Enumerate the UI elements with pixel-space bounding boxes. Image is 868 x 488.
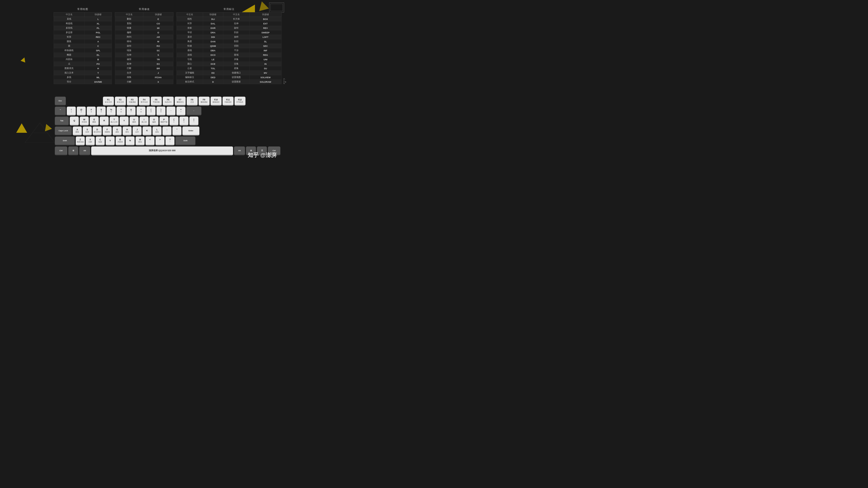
key-minus[interactable]: _ - <box>166 107 176 116</box>
key-h[interactable]: H 填充 <box>123 127 132 135</box>
keyboard-area: Esc F1 命令文本 F2 命令文本 F3 对象捕捉 F4 数字化仪 F5 平… <box>54 95 282 158</box>
key-a[interactable]: A 圆弧 <box>73 127 82 135</box>
key-d[interactable]: D 标注样式 <box>93 127 102 135</box>
table-row: 合并J <box>115 71 173 75</box>
cell-key2: BOX <box>249 17 281 22</box>
key-equals[interactable]: + = <box>177 107 185 116</box>
key-semicolon[interactable]: : ; <box>162 127 172 135</box>
key-s[interactable]: S 拉伸 <box>83 127 92 135</box>
key-y[interactable]: Y <box>120 117 129 126</box>
cell-name: 内部块 <box>54 57 85 62</box>
key-slash[interactable]: ? / <box>165 136 175 145</box>
key-shift-left[interactable]: Shift <box>55 136 75 145</box>
key-k[interactable]: K <box>143 127 152 135</box>
table-row: 镜像MI <box>115 26 173 30</box>
table-row: 公差TOL差集SU <box>177 66 281 71</box>
key-5[interactable]: % 5 <box>107 107 116 116</box>
key-c[interactable]: C 绘圆 <box>96 136 105 145</box>
key-x[interactable]: X 分解 <box>86 136 95 145</box>
key-u[interactable]: U 撤销 <box>130 117 138 126</box>
key-backslash[interactable]: | \ <box>189 117 198 126</box>
key-b[interactable]: B 内部块 <box>116 136 125 145</box>
key-f1[interactable]: F1 命令文本 <box>103 97 114 106</box>
key-1[interactable]: ! 1 <box>67 107 76 116</box>
key-j[interactable]: J 合并 <box>132 127 142 135</box>
key-shift-right[interactable]: Shift <box>176 136 195 145</box>
cell-key1: DCO <box>203 53 223 57</box>
key-0[interactable]: ) 0 <box>156 107 165 116</box>
key-f8[interactable]: F8 正交 <box>187 97 197 106</box>
key-2[interactable]: @ 2 <box>77 107 86 116</box>
key-8[interactable]: * 8 <box>136 107 146 116</box>
key-f4[interactable]: F4 数字化仪 <box>139 97 150 106</box>
key-f[interactable]: F 倒圆角 <box>103 127 112 135</box>
table-row: 等分DIV/ME <box>54 80 112 84</box>
key-f12[interactable]: F12 DYN动态 <box>235 97 245 106</box>
key-m[interactable]: M 移动 <box>135 136 145 145</box>
key-r[interactable]: R <box>100 117 108 126</box>
key-alt-left[interactable]: Alt <box>79 147 90 156</box>
key-tilde[interactable]: ~ ` <box>55 107 66 116</box>
key-4[interactable]: $ 4 <box>97 107 106 116</box>
cell-key: AR <box>143 35 174 39</box>
table-row: 插入文本T <box>54 71 112 75</box>
key-backspace[interactable]: ← <box>186 107 202 116</box>
key-f5[interactable]: F5 平面切换 <box>151 97 162 106</box>
key-f6[interactable]: F6 动态UCS <box>163 97 174 106</box>
key-enter[interactable]: Enter <box>182 127 199 135</box>
key-tab[interactable]: Tab <box>55 117 69 126</box>
drawing-section: 常用绘图 中文名 快捷键 直线L构造线XL多段线PL多边形POL矩形REC圆弧A… <box>54 7 112 84</box>
table-row: 缩放SC <box>115 48 173 53</box>
key-3[interactable]: # 3 <box>87 107 96 116</box>
key-l[interactable]: L 直线 <box>153 127 161 135</box>
key-f2[interactable]: F2 命令文本 <box>115 97 126 106</box>
key-comma[interactable]: < , <box>146 136 155 145</box>
cell-name1: 快速 <box>177 44 203 48</box>
key-lbrace[interactable]: { [ <box>169 117 179 126</box>
key-alt-right[interactable]: Alt <box>234 147 245 156</box>
key-g[interactable]: G 成组 <box>113 127 122 135</box>
cell-name2: 剖切 <box>223 39 249 44</box>
cell-name2: 交集 <box>223 62 249 66</box>
cell-key2: SL <box>249 39 281 44</box>
key-e[interactable]: E 删除 <box>90 117 99 126</box>
key-9[interactable]: ( 9 <box>147 107 156 116</box>
cell-key2: MV <box>249 71 281 75</box>
key-win-left[interactable]: ⊞ <box>68 147 78 156</box>
fn-row: Esc F1 命令文本 F2 命令文本 F3 对象捕捉 F4 数字化仪 F5 平… <box>55 97 280 106</box>
key-z[interactable]: Z 视图缩放 <box>76 136 85 145</box>
key-f9[interactable]: F9 栅格捕捉 <box>198 97 210 106</box>
key-ctrl-left[interactable]: Ctrl <box>55 147 67 156</box>
key-f7[interactable]: F7 栅格单元 <box>175 97 186 106</box>
key-period[interactable]: > . <box>156 136 164 145</box>
key-q[interactable]: Q <box>70 117 79 126</box>
key-p[interactable]: P 视图平移 <box>159 117 168 126</box>
table-row: 矩形REC <box>54 35 112 39</box>
key-7[interactable]: & 7 <box>127 107 135 116</box>
key-f11[interactable]: F11 对象追踪 <box>222 97 234 106</box>
key-v[interactable]: V <box>106 136 115 145</box>
drawing-table: 中文名 快捷键 直线L构造线XL多段线PL多边形POL矩形REC圆弧A圆C样条曲… <box>54 12 112 84</box>
key-n[interactable]: N <box>126 136 134 145</box>
keyboard: Esc F1 命令文本 F2 命令文本 F3 对象捕捉 F4 数字化仪 F5 平… <box>54 95 282 158</box>
key-i[interactable]: I 插入块 <box>140 117 149 126</box>
key-rbrace[interactable]: } ] <box>180 117 188 126</box>
key-f10[interactable]: F10 极轴追踪 <box>211 97 221 106</box>
table-row: 半径DRA扫掠SWEEP <box>177 30 281 35</box>
drawing-header-key: 快捷键 <box>85 12 112 17</box>
key-quote[interactable]: " ' <box>173 127 181 135</box>
key-space[interactable]: 澎湃老师 QQ1619 525 588 <box>91 147 233 156</box>
cell-name1: 角度 <box>177 39 203 44</box>
cell-name: 阵列 <box>115 35 143 39</box>
table-row: 直线L <box>54 17 112 22</box>
cell-name: 插入文本 <box>54 71 85 75</box>
key-6[interactable]: ^ 6 <box>117 107 126 116</box>
key-esc[interactable]: Esc <box>55 97 66 106</box>
key-caps-lock[interactable]: Caps Lock <box>55 127 72 135</box>
key-f3[interactable]: F3 对象捕捉 <box>127 97 138 106</box>
key-w[interactable]: W 外部块 <box>80 117 89 126</box>
key-o[interactable]: O 偏移 <box>150 117 158 126</box>
cell-name1: 连续 <box>177 53 203 57</box>
table-row: 角度DAN剖切SL <box>177 39 281 44</box>
key-t[interactable]: T 插入文本 <box>110 117 119 126</box>
